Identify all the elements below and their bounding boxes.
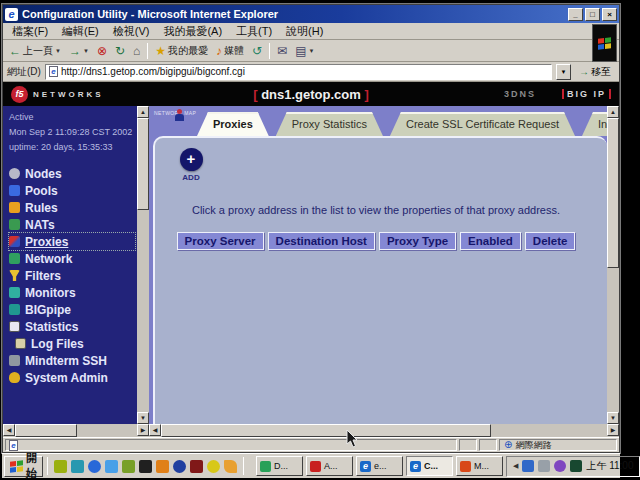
quicklaunch-icon[interactable]: [224, 460, 237, 473]
tab-proxy-statistics[interactable]: Proxy Statistics: [276, 112, 383, 136]
refresh-button[interactable]: ↻: [112, 41, 128, 61]
media-button[interactable]: ♪ 媒體: [213, 41, 247, 61]
favorites-button[interactable]: ★ 我的最愛: [152, 41, 211, 61]
scroll-up-icon[interactable]: ▲: [137, 106, 149, 118]
scroll-left-icon[interactable]: ◀: [3, 424, 15, 436]
task-button-label: C...: [424, 461, 438, 471]
go-button[interactable]: → 移至: [575, 63, 615, 81]
sidebar-item-rules[interactable]: Rules: [9, 199, 135, 216]
mail-button[interactable]: ✉: [274, 41, 290, 61]
column-header-delete[interactable]: Delete: [525, 232, 576, 250]
add-proxy-button[interactable]: + ADD: [171, 148, 211, 182]
address-url[interactable]: http://dns1.getop.com/bigipgui/bigconf.c…: [61, 66, 245, 77]
scrollbar-track[interactable]: [607, 268, 619, 412]
close-button[interactable]: ×: [602, 8, 617, 21]
tray-icon[interactable]: [538, 460, 550, 472]
start-button[interactable]: 開始: [4, 456, 43, 477]
column-header-proxy-type[interactable]: Proxy Type: [379, 232, 456, 250]
address-input[interactable]: e http://dns1.getop.com/bigipgui/bigconf…: [45, 64, 552, 80]
task-button-configuration-utility[interactable]: eC...: [406, 456, 453, 476]
home-button[interactable]: ⌂: [130, 41, 143, 61]
address-dropdown-button[interactable]: ▼: [556, 64, 571, 80]
scroll-up-icon[interactable]: ▲: [607, 106, 619, 118]
sidebar-item-bigpipe[interactable]: BIGpipe: [9, 301, 135, 318]
menu-edit[interactable]: 編輯(E): [55, 23, 106, 40]
quicklaunch-icon[interactable]: [207, 460, 220, 473]
sidebar-item-nodes[interactable]: Nodes: [9, 165, 135, 182]
scrollbar-thumb[interactable]: [15, 424, 77, 437]
forward-button[interactable]: → ▼: [66, 41, 92, 61]
tab-install-ssl-certificate[interactable]: Install SSL Certificate: [582, 112, 607, 136]
scroll-right-icon[interactable]: ▶: [607, 424, 619, 436]
title-bar[interactable]: e Configuration Utility - Microsoft Inte…: [3, 5, 619, 23]
windows-flag-icon: [598, 37, 611, 49]
sidebar-item-proxies[interactable]: Proxies: [9, 233, 135, 250]
task-button-2[interactable]: A...: [306, 456, 353, 476]
sidebar-horizontal-scrollbar[interactable]: ◀ ▶: [3, 424, 149, 437]
clock[interactable]: 上午 11:00: [586, 459, 633, 473]
quicklaunch-icon[interactable]: [88, 460, 101, 473]
history-button[interactable]: ↺: [249, 41, 265, 61]
sidebar-item-log-files[interactable]: Log Files: [9, 335, 135, 352]
scroll-down-icon[interactable]: ▼: [607, 412, 619, 424]
scroll-right-icon[interactable]: ▶: [137, 424, 149, 436]
sidebar-item-mindterm-ssh[interactable]: Mindterm SSH: [9, 352, 135, 369]
app-icon: [260, 461, 271, 472]
back-button[interactable]: ← 上一頁 ▼: [6, 41, 64, 61]
sidebar-item-filters[interactable]: Filters: [9, 267, 135, 284]
sidebar-item-nats[interactable]: NATs: [9, 216, 135, 233]
scroll-left-icon[interactable]: ◀: [149, 424, 161, 436]
minimize-button[interactable]: _: [568, 8, 583, 21]
tray-icon[interactable]: [570, 460, 582, 472]
network-map-button[interactable]: NETWORK MAP: [154, 109, 194, 116]
quicklaunch-icon[interactable]: [54, 460, 67, 473]
menu-help[interactable]: 說明(H): [279, 23, 330, 40]
maximize-button[interactable]: □: [585, 8, 600, 21]
quicklaunch-icon[interactable]: [173, 460, 186, 473]
quicklaunch-icon[interactable]: [105, 460, 118, 473]
task-button-5[interactable]: M...: [456, 456, 503, 476]
scrollbar-track[interactable]: [491, 424, 607, 437]
tray-icon[interactable]: [554, 460, 566, 472]
tray-icon[interactable]: [522, 460, 534, 472]
quicklaunch-icon[interactable]: [139, 460, 152, 473]
quicklaunch-icon[interactable]: [71, 460, 84, 473]
column-header-destination-host[interactable]: Destination Host: [268, 232, 375, 250]
sidebar-item-statistics[interactable]: Statistics: [9, 318, 135, 335]
menu-favorites[interactable]: 我的最愛(A): [156, 23, 229, 40]
scrollbar-thumb[interactable]: [607, 118, 619, 268]
print-button[interactable]: ▤ ▼: [292, 41, 317, 61]
scroll-down-icon[interactable]: ▼: [137, 412, 149, 424]
sidebar-item-pools[interactable]: Pools: [9, 182, 135, 199]
menu-view[interactable]: 檢視(V): [106, 23, 157, 40]
main-horizontal-scrollbar[interactable]: ◀ ▶: [149, 424, 619, 437]
network-map-label: NETWORK MAP: [154, 110, 194, 116]
scrollbar-thumb[interactable]: [137, 118, 149, 210]
quicklaunch-icon[interactable]: [156, 460, 169, 473]
tray-collapse-icon[interactable]: ◀: [513, 462, 518, 470]
sidebar-vertical-scrollbar[interactable]: ▲ ▼: [137, 106, 149, 424]
monitors-icon: [9, 287, 20, 298]
column-header-enabled[interactable]: Enabled: [460, 232, 521, 250]
stop-button[interactable]: ⊗: [94, 41, 110, 61]
menu-tools[interactable]: 工具(T): [229, 23, 279, 40]
task-button-3[interactable]: ee...: [356, 456, 403, 476]
sidebar-item-network[interactable]: Network: [9, 250, 135, 267]
forward-icon: →: [69, 45, 81, 57]
quicklaunch-icon[interactable]: [122, 460, 135, 473]
task-button-1[interactable]: D...: [256, 456, 303, 476]
back-dropdown-icon[interactable]: ▼: [55, 48, 61, 54]
scrollbar-track[interactable]: [137, 210, 149, 412]
tab-create-ssl-certificate-request[interactable]: Create SSL Certificate Request: [390, 112, 575, 136]
column-header-proxy-server[interactable]: Proxy Server: [177, 232, 264, 250]
sidebar-item-system-admin[interactable]: System Admin: [9, 369, 135, 386]
scrollbar-track[interactable]: [77, 424, 137, 437]
forward-dropdown-icon[interactable]: ▼: [83, 48, 89, 54]
sidebar-item-monitors[interactable]: Monitors: [9, 284, 135, 301]
print-dropdown-icon[interactable]: ▼: [309, 48, 315, 54]
quicklaunch-icon[interactable]: [190, 460, 203, 473]
scrollbar-thumb[interactable]: [161, 424, 491, 437]
menu-file[interactable]: 檔案(F): [5, 23, 55, 40]
main-vertical-scrollbar[interactable]: ▲ ▼: [607, 106, 619, 424]
tab-proxies[interactable]: Proxies: [197, 112, 269, 136]
